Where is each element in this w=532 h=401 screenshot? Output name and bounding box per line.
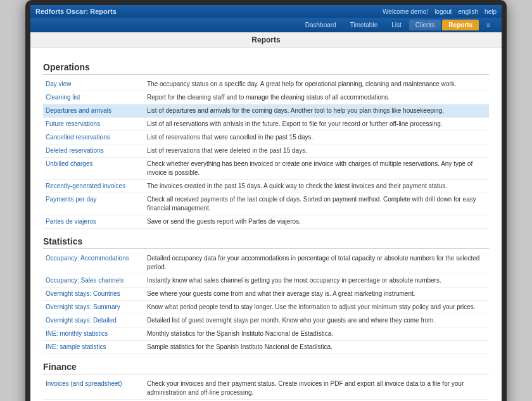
- table-row: Deleted reservationsList of reservations…: [43, 144, 489, 158]
- report-link-0-6[interactable]: Unbilled charges: [46, 160, 93, 167]
- report-desc-1-5: Monthly statistics for the Spanish Insti…: [144, 328, 489, 341]
- section-table-0: Day viewThe occupancy status on a specif…: [43, 78, 489, 229]
- report-desc-0-9: Save or send the guests report with Part…: [144, 215, 489, 229]
- report-desc-1-3: Know what period people tend to stay lon…: [144, 301, 489, 314]
- report-desc-0-6: Check whether everything has been invoic…: [144, 158, 489, 180]
- title-bar: Redforts Oscar: Reports Welcome demo! lo…: [30, 5, 502, 18]
- report-desc-0-2: List of departures and arrivals for the …: [144, 105, 489, 118]
- language-link[interactable]: english: [458, 8, 478, 15]
- report-desc-2-0: Check your invoices and their payment st…: [144, 378, 489, 400]
- table-row: Overnight stays: SummaryKnow what period…: [43, 301, 489, 314]
- tab-reports[interactable]: Reports: [442, 20, 479, 30]
- report-link-0-5[interactable]: Deleted reservations: [46, 147, 104, 154]
- table-row: Departures and arrivalsList of departure…: [43, 105, 489, 118]
- table-row: Occupancy: Sales channelsInstantly know …: [43, 274, 489, 288]
- help-link[interactable]: help: [484, 8, 497, 15]
- report-desc-1-2: See where your guests come from and what…: [144, 288, 489, 301]
- report-link-1-1[interactable]: Occupancy: Sales channels: [46, 277, 124, 284]
- table-row: Payments per dayCheck all received payme…: [43, 193, 489, 215]
- report-desc-1-4: Detailed list of guest overnight stays p…: [144, 314, 489, 328]
- report-desc-0-4: List of reservations that were cancelled…: [144, 131, 489, 144]
- report-link-1-5[interactable]: INE: monthly statistics: [46, 330, 108, 337]
- table-row: Partes de viajerosSave or send the guest…: [43, 215, 489, 229]
- report-link-0-3[interactable]: Future reservations: [46, 120, 100, 127]
- page-title: Reports: [30, 32, 502, 48]
- report-desc-0-1: Report for the cleaning staff and to man…: [144, 91, 489, 105]
- nav-bar: Dashboard Timetable List Clients Reports…: [30, 18, 502, 32]
- table-row: Unbilled chargesCheck whether everything…: [43, 158, 489, 180]
- table-row: Overnight stays: DetailedDetailed list o…: [43, 314, 489, 328]
- report-link-0-4[interactable]: Cancelled reservations: [46, 134, 110, 141]
- tab-clients[interactable]: Clients: [409, 20, 441, 30]
- report-link-1-2[interactable]: Overnight stays: Countries: [46, 290, 120, 297]
- report-link-1-3[interactable]: Overnight stays: Summary: [46, 303, 120, 310]
- title-bar-actions: Welcome demo! logout english help: [383, 8, 497, 15]
- section-title-1: Statistics: [43, 236, 489, 249]
- content-area: OperationsDay viewThe occupancy status o…: [30, 48, 502, 401]
- report-link-2-0[interactable]: Invoices (and spreadsheet): [46, 380, 122, 387]
- report-link-0-2[interactable]: Departures and arrivals: [46, 107, 111, 114]
- report-link-0-8[interactable]: Payments per day: [46, 196, 97, 203]
- report-desc-0-7: The invoices created in the past 15 days…: [144, 180, 489, 193]
- report-desc-1-6: Sample statistics for the Spanish Instit…: [144, 341, 489, 354]
- tab-dashboard[interactable]: Dashboard: [299, 20, 343, 30]
- app-title: Redforts Oscar: Reports: [35, 8, 117, 15]
- report-desc-1-0: Detailed occupancy data for your accommo…: [144, 252, 489, 274]
- table-row: Recently-generated invoicesThe invoices …: [43, 180, 489, 193]
- table-row: Day viewThe occupancy status on a specif…: [43, 78, 489, 91]
- report-link-1-6[interactable]: INE: sample statistics: [46, 343, 106, 350]
- report-link-0-9[interactable]: Partes de viajeros: [46, 218, 96, 225]
- report-desc-0-0: The occupancy status on a specific day. …: [144, 78, 489, 91]
- logout-link[interactable]: logout: [434, 8, 452, 15]
- table-row: Cleaning listReport for the cleaning sta…: [43, 91, 489, 105]
- table-row: INE: sample statisticsSample statistics …: [43, 341, 489, 354]
- section-title-0: Operations: [43, 62, 489, 75]
- tab-menu[interactable]: ≡: [480, 20, 497, 30]
- section-table-1: Occupancy: AccommodationsDetailed occupa…: [43, 252, 489, 354]
- report-desc-0-3: List of all reservations with arrivals i…: [144, 118, 489, 131]
- section-table-2: Invoices (and spreadsheet)Check your inv…: [43, 378, 489, 401]
- tab-list[interactable]: List: [385, 20, 408, 30]
- report-link-0-7[interactable]: Recently-generated invoices: [46, 182, 125, 189]
- report-link-1-4[interactable]: Overnight stays: Detailed: [46, 317, 117, 324]
- table-row: INE: monthly statisticsMonthly statistic…: [43, 328, 489, 341]
- table-row: Overnight stays: CountriesSee where your…: [43, 288, 489, 301]
- report-desc-1-1: Instantly know what sales channel is get…: [144, 274, 489, 288]
- tab-timetable[interactable]: Timetable: [344, 20, 384, 30]
- report-link-1-0[interactable]: Occupancy: Accommodations: [46, 255, 129, 262]
- report-link-0-0[interactable]: Day view: [46, 80, 72, 87]
- report-link-0-1[interactable]: Cleaning list: [46, 94, 80, 101]
- welcome-text: Welcome demo!: [383, 8, 428, 15]
- table-row: Cancelled reservationsList of reservatio…: [43, 131, 489, 144]
- report-desc-0-8: Check all received payments of the last …: [144, 193, 489, 215]
- report-desc-0-5: List of reservations that were deleted i…: [144, 144, 489, 158]
- table-row: Future reservationsList of all reservati…: [43, 118, 489, 131]
- section-title-2: Finance: [43, 362, 489, 374]
- table-row: Invoices (and spreadsheet)Check your inv…: [43, 378, 489, 400]
- table-row: Occupancy: AccommodationsDetailed occupa…: [43, 252, 489, 274]
